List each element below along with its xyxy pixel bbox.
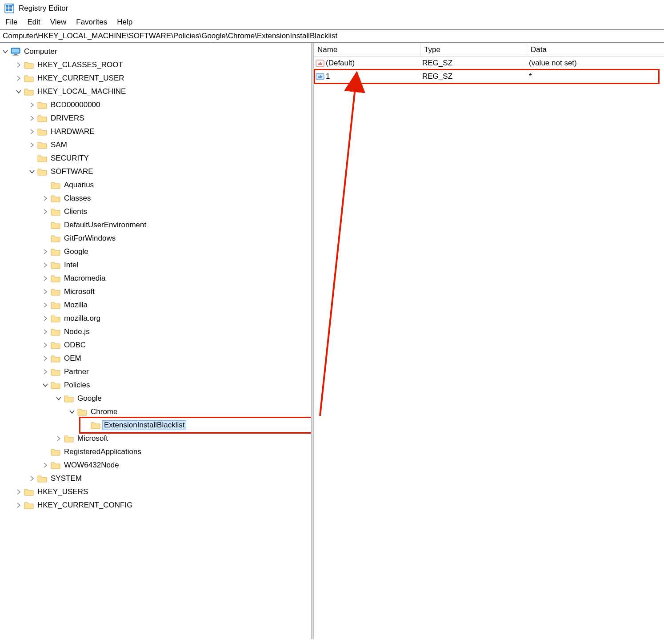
folder-icon — [51, 247, 60, 256]
tree-node-chrome[interactable]: Chrome — [68, 405, 311, 419]
registry-editor-icon — [4, 4, 14, 13]
tree-node-google[interactable]: Google — [42, 245, 311, 258]
column-header-type[interactable]: Type — [420, 43, 527, 56]
tree-node-odbc[interactable]: ODBC — [42, 338, 311, 352]
tree-node-hku[interactable]: HKEY_USERS — [15, 485, 311, 499]
folder-icon — [37, 154, 47, 163]
svg-rect-4 — [9, 8, 12, 11]
list-rows: ab (Default) REG_SZ (value not set) ab 1… — [314, 56, 664, 83]
collapse-icon[interactable] — [55, 395, 62, 402]
tree-node-intel[interactable]: Intel — [42, 258, 311, 272]
tree-node-sam[interactable]: SAM — [28, 138, 311, 152]
expand-icon[interactable] — [42, 355, 49, 362]
expand-icon[interactable] — [42, 208, 49, 215]
tree-node-microsoft[interactable]: Microsoft — [42, 285, 311, 298]
tree-node-label: Google — [76, 394, 104, 403]
tree-node-bcd[interactable]: BCD00000000 — [28, 98, 311, 112]
registry-editor-window: Registry Editor File Edit View Favorites… — [0, 0, 664, 639]
tree-node-policies-microsoft[interactable]: Microsoft — [55, 432, 311, 445]
expand-icon[interactable] — [28, 141, 36, 149]
tree-node-macromedia[interactable]: Macromedia — [42, 272, 311, 285]
tree-node-wow6432[interactable]: WOW6432Node — [42, 459, 311, 472]
expand-icon[interactable] — [28, 475, 36, 482]
collapse-icon[interactable] — [15, 88, 22, 95]
expand-icon[interactable] — [42, 275, 49, 282]
tree-node-policies-google[interactable]: Google — [55, 392, 311, 405]
tree-node-clients[interactable]: Clients — [42, 205, 311, 218]
app-title: Registry Editor — [19, 4, 68, 13]
expand-icon[interactable] — [42, 342, 49, 349]
menu-edit[interactable]: Edit — [27, 18, 40, 27]
folder-icon — [91, 421, 100, 430]
expand-icon[interactable] — [42, 328, 49, 335]
folder-icon — [51, 287, 60, 296]
list-row[interactable]: ab 1 REG_SZ * — [314, 70, 664, 83]
expand-icon[interactable] — [15, 61, 22, 68]
folder-icon — [24, 87, 34, 96]
collapse-icon[interactable] — [42, 382, 49, 389]
tree-node-label: SECURITY — [49, 154, 91, 163]
expand-icon[interactable] — [15, 502, 22, 509]
expand-icon[interactable] — [42, 195, 49, 202]
folder-icon — [37, 101, 47, 109]
collapse-icon[interactable] — [68, 408, 76, 415]
title-bar: Registry Editor — [0, 0, 664, 16]
tree-node-drivers[interactable]: DRIVERS — [28, 112, 311, 125]
collapse-icon[interactable] — [28, 168, 36, 175]
tree-node-software[interactable]: SOFTWARE — [28, 165, 311, 178]
expand-icon[interactable] — [15, 75, 22, 82]
expand-icon[interactable] — [55, 435, 62, 442]
tree-node-label: HKEY_CURRENT_USER — [36, 74, 126, 83]
menu-help[interactable]: Help — [117, 18, 132, 27]
tree-node-label: DefaultUserEnvironment — [62, 221, 148, 229]
expand-icon[interactable] — [28, 115, 36, 122]
expand-icon[interactable] — [15, 488, 22, 495]
tree-node-classes[interactable]: Classes — [42, 192, 311, 205]
tree-node-system[interactable]: SYSTEM — [28, 472, 311, 485]
tree-node-security[interactable]: SECURITY — [28, 152, 311, 165]
tree-node-mozillaorg[interactable]: mozilla.org — [42, 312, 311, 325]
expand-icon[interactable] — [42, 288, 49, 295]
tree-node-label: SYSTEM — [49, 474, 84, 483]
tree-node-policies[interactable]: Policies — [42, 378, 311, 392]
expand-icon[interactable] — [28, 101, 36, 109]
tree-node-hkcc[interactable]: HKEY_CURRENT_CONFIG — [15, 499, 311, 512]
menu-favorites[interactable]: Favorites — [76, 18, 107, 27]
expand-icon[interactable] — [42, 315, 49, 322]
expand-icon[interactable] — [42, 368, 49, 375]
tree-node-mozilla[interactable]: Mozilla — [42, 298, 311, 312]
tree-node-defaultuserenv[interactable]: DefaultUserEnvironment — [42, 218, 311, 232]
expand-icon[interactable] — [42, 262, 49, 269]
tree-node-extensioninstallblacklist[interactable]: ExtensionInstallBlacklist — [82, 419, 311, 432]
collapse-icon[interactable] — [2, 48, 9, 55]
expand-icon[interactable] — [28, 128, 36, 135]
expand-icon[interactable] — [42, 462, 49, 469]
tree-node-label: RegisteredApplications — [62, 447, 143, 456]
tree-node-nodejs[interactable]: Node.js — [42, 325, 311, 338]
tree-node-hkcu[interactable]: HKEY_CURRENT_USER — [15, 72, 311, 85]
expand-icon[interactable] — [42, 302, 49, 309]
tree-node-hkcr[interactable]: HKEY_CLASSES_ROOT — [15, 58, 311, 72]
folder-icon — [51, 367, 60, 376]
tree-node-label: ExtensionInstallBlacklist — [102, 420, 186, 430]
list-row[interactable]: ab (Default) REG_SZ (value not set) — [314, 56, 664, 70]
tree-node-aquarius[interactable]: Aquarius — [42, 178, 311, 192]
menu-file[interactable]: File — [5, 18, 17, 27]
column-header-name[interactable]: Name — [314, 43, 420, 56]
address-bar[interactable]: Computer\HKEY_LOCAL_MACHINE\SOFTWARE\Pol… — [0, 30, 664, 43]
value-list-pane[interactable]: Name Type Data ab (Default) REG_SZ (valu… — [314, 43, 664, 639]
expand-icon[interactable] — [42, 248, 49, 255]
folder-icon — [51, 381, 60, 390]
tree-node-gitforwindows[interactable]: GitForWindows — [42, 232, 311, 245]
column-header-data[interactable]: Data — [527, 43, 664, 56]
tree-node-registeredapps[interactable]: RegisteredApplications — [42, 445, 311, 459]
tree-node-computer[interactable]: Computer — [2, 45, 311, 58]
tree-node-oem[interactable]: OEM — [42, 352, 311, 365]
tree-node-partner[interactable]: Partner — [42, 365, 311, 378]
menu-view[interactable]: View — [50, 18, 67, 27]
svg-rect-9 — [12, 55, 19, 56]
tree-node-label: Node.js — [62, 327, 92, 336]
tree-node-hklm[interactable]: HKEY_LOCAL_MACHINE — [15, 85, 311, 98]
tree-node-hardware[interactable]: HARDWARE — [28, 125, 311, 138]
tree-pane[interactable]: Computer HKEY_CLASSES_ROOT — [0, 43, 311, 639]
